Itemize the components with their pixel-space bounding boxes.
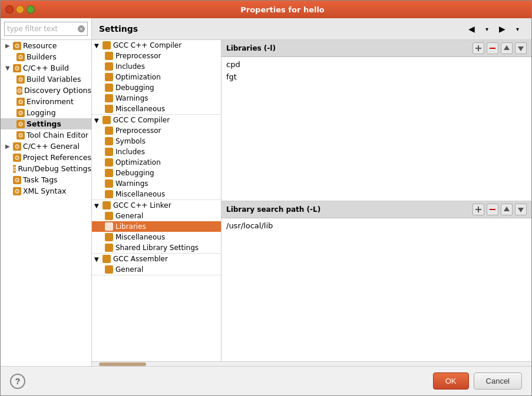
libraries3-item[interactable]: Libraries — [92, 221, 221, 232]
scrollbar-thumb[interactable] — [99, 362, 146, 366]
shared-library-settings-item[interactable]: Shared Library Settings — [92, 242, 221, 253]
svg-marker-4 — [518, 46, 524, 51]
back-button[interactable]: ◀ — [464, 22, 478, 36]
gcc-cpp-linker-item[interactable]: ▼ GCC C++ Linker — [92, 200, 221, 211]
sidebar-item-cpp-general[interactable]: ▶ C/C++ General — [1, 141, 91, 152]
debugging2-item[interactable]: Debugging — [92, 168, 221, 178]
general3-item[interactable]: General — [92, 211, 221, 221]
general4-label: General — [115, 265, 143, 274]
optimization2-item[interactable]: Optimization — [92, 157, 221, 168]
cpp-build-icon — [13, 64, 21, 72]
warnings2-item[interactable]: Warnings — [92, 178, 221, 189]
library-search-add-button[interactable] — [472, 204, 484, 215]
gcc-cpp-compiler-icon — [103, 41, 111, 49]
sidebar-item-xml-syntax[interactable]: XML Syntax — [1, 185, 91, 197]
xml-syntax-icon — [13, 187, 21, 195]
sidebar-item-settings[interactable]: Settings — [1, 118, 91, 129]
miscellaneous3-item[interactable]: Miscellaneous — [92, 232, 221, 242]
sidebar-item-label: Environment — [27, 97, 74, 106]
cancel-button[interactable]: Cancel — [474, 372, 522, 390]
properties-section: Libraries (-l) — [222, 40, 531, 361]
library-search-move-up-button[interactable] — [501, 204, 513, 215]
miscellaneous1-item[interactable]: Miscellaneous — [92, 104, 221, 114]
sidebar-item-cpp-build[interactable]: ▼ C/C++ Build — [1, 62, 91, 74]
help-button[interactable]: ? — [10, 374, 25, 389]
sidebar-item-logging[interactable]: Logging — [1, 107, 91, 118]
includes2-icon — [105, 148, 113, 156]
optimization1-item[interactable]: Optimization — [92, 72, 221, 82]
filter-clear-button[interactable]: × — [78, 25, 85, 32]
environment-icon — [16, 98, 25, 106]
debugging1-item[interactable]: Debugging — [92, 82, 221, 93]
sidebar-item-label: Project References — [23, 153, 91, 162]
general3-label: General — [115, 212, 143, 220]
symbols2-label: Symbols — [115, 137, 146, 145]
sidebar-item-build-variables[interactable]: Build Variables — [1, 74, 91, 85]
gcc-assembler-item[interactable]: ▼ GCC Assembler — [92, 254, 221, 264]
forward-button[interactable]: ▶ — [495, 22, 509, 36]
libraries-move-down-button[interactable] — [515, 42, 527, 54]
gcc-assembler-icon — [103, 255, 111, 263]
tool-chain-editor-icon — [16, 131, 25, 139]
builders-icon — [16, 53, 25, 61]
preprocessor2-item[interactable]: Preprocessor — [92, 125, 221, 136]
includes2-item[interactable]: Includes — [92, 147, 221, 157]
library-search-header: Library search path (-L) — [222, 201, 531, 218]
gcc-cpp-compiler-arrow: ▼ — [94, 42, 100, 49]
preprocessor1-icon — [105, 52, 113, 60]
filter-input-wrapper[interactable]: type filter text × — [4, 22, 88, 36]
optimization1-label: Optimization — [115, 73, 161, 81]
libraries-header: Libraries (-l) — [222, 40, 531, 57]
sidebar-item-project-references[interactable]: Project References — [1, 152, 91, 163]
gcc-cpp-linker-arrow: ▼ — [94, 202, 100, 209]
svg-rect-1 — [478, 45, 479, 51]
gcc-cpp-compiler-item[interactable]: ▼ GCC C++ Compiler — [92, 40, 221, 51]
libraries-add-button[interactable] — [472, 42, 484, 54]
symbols2-icon — [105, 137, 113, 145]
libraries-header-label: Libraries (-l) — [226, 44, 276, 52]
sidebar-item-resource[interactable]: ▶ Resource — [1, 40, 91, 51]
libraries-move-up-button[interactable] — [501, 42, 513, 54]
gcc-assembler-arrow: ▼ — [94, 256, 100, 262]
sidebar-item-tool-chain-editor[interactable]: Tool Chain Editor — [1, 129, 91, 141]
library-item-fgt[interactable]: fgt — [222, 71, 531, 83]
maximize-button[interactable] — [27, 5, 35, 14]
debugging1-label: Debugging — [115, 84, 154, 92]
back-dropdown-button[interactable]: ▾ — [480, 22, 494, 36]
general4-item[interactable]: General — [92, 264, 221, 275]
symbols2-item[interactable]: Symbols — [92, 136, 221, 147]
libraries3-label: Libraries — [115, 222, 146, 231]
libraries-content: cpd fgt — [222, 57, 531, 201]
library-search-move-down-button[interactable] — [515, 204, 527, 215]
ok-button[interactable]: OK — [433, 372, 469, 390]
forward-dropdown-button[interactable]: ▾ — [510, 22, 524, 36]
split-view: ▼ GCC C++ Compiler Preprocessor Includes — [92, 40, 531, 361]
resource-arrow: ▶ — [5, 42, 11, 49]
warnings1-item[interactable]: Warnings — [92, 93, 221, 104]
settings-header: Settings — [99, 24, 138, 34]
horizontal-scrollbar[interactable] — [92, 361, 531, 366]
sidebar-item-run-debug-settings[interactable]: Run/Debug Settings — [1, 163, 91, 174]
library-search-delete-button[interactable] — [487, 204, 498, 215]
miscellaneous2-item[interactable]: Miscellaneous — [92, 189, 221, 199]
sidebar-item-task-tags[interactable]: Task Tags — [1, 174, 91, 185]
sidebar-item-label: Logging — [27, 108, 56, 117]
libraries-delete-button[interactable] — [487, 42, 498, 54]
library-item-cpd[interactable]: cpd — [222, 58, 531, 71]
warnings1-label: Warnings — [115, 94, 148, 102]
sidebar-item-label: XML Syntax — [23, 187, 67, 195]
minimize-button[interactable] — [16, 5, 24, 14]
preprocessor1-item[interactable]: Preprocessor — [92, 51, 221, 61]
gcc-cpp-linker-label: GCC C++ Linker — [113, 201, 171, 209]
close-button[interactable] — [5, 5, 14, 14]
library-search-item[interactable]: /usr/local/lib — [222, 219, 531, 232]
sidebar-item-label: Tool Chain Editor — [27, 131, 88, 139]
shared-library-settings-icon — [105, 244, 113, 252]
includes1-item[interactable]: Includes — [92, 61, 221, 72]
sidebar-item-environment[interactable]: Environment — [1, 96, 91, 107]
library-search-content: /usr/local/lib — [222, 218, 531, 362]
sidebar-item-label: Builders — [27, 52, 57, 61]
sidebar-item-builders[interactable]: Builders — [1, 51, 91, 62]
sidebar-item-discovery-options[interactable]: Discovery Options — [1, 85, 91, 96]
gcc-c-compiler-item[interactable]: ▼ GCC C Compiler — [92, 115, 221, 125]
